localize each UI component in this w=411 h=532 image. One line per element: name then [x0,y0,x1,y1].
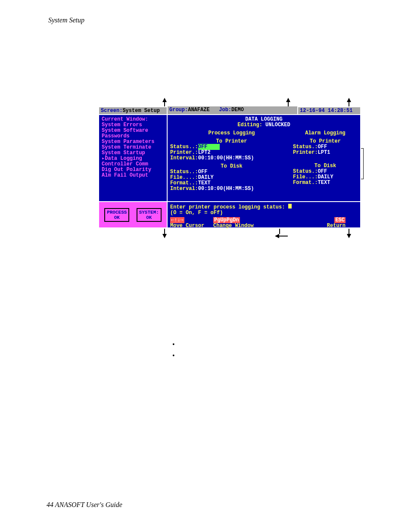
editing-label: Editing: [237,122,262,128]
field-value[interactable]: DAILY [198,174,214,180]
editing-value: UNLOCKED [262,122,290,128]
status-field-active[interactable]: OFF [198,144,220,150]
arrow-icon [349,229,351,238]
hint-text: (O = On, F = oFf) [170,210,358,216]
field-value[interactable]: TEXT [318,180,330,186]
prompt-text: Enter printer process logging status: [170,204,285,210]
help-panel: Enter printer process logging status: (O… [168,202,361,227]
field-label: Format..: [170,180,198,186]
screen-label: Screen: [101,108,122,114]
terminal-screen: Screen:System Setup Group:ANAFAZE Job:DE… [98,106,361,228]
arrow-icon [164,229,167,238]
field-value[interactable]: TEXT [198,180,211,186]
sidebar-menu[interactable]: Current Window: System Errors System Sof… [98,115,168,201]
field-value[interactable]: 00:10:00(HH:MM:SS) [198,186,254,192]
field-label: Interval: [170,155,198,161]
field-label: Status.: [293,168,318,174]
pgupdn-key-icon: PgUpPgDn [213,217,240,223]
field-label: Status..: [170,169,198,175]
main-panel: DATA LOGGING Editing: UNLOCKED Process L… [168,115,361,201]
field-value[interactable]: OFF [198,169,208,175]
field-value[interactable]: DAILY [318,174,333,180]
field-label: File...: [293,174,318,180]
process-logging-heading: Process Logging [170,131,293,136]
field-value[interactable]: LPT1 [318,149,330,156]
datetime: 12-16-94 14:28:51 [300,108,352,114]
group-label: Group: [169,107,188,113]
system-status-box: SYSTEM: OK [137,208,162,222]
cursor-icon [288,204,292,208]
status-panel: PROCESS OK SYSTEM: OK [98,202,168,227]
screen-value: System Setup [122,108,159,114]
field-label: Status.: [293,144,318,150]
field-value[interactable]: OFF [318,144,327,150]
field-label: Status..: [170,144,198,150]
field-value[interactable]: OFF [318,168,327,174]
job-label: Job: [219,107,231,113]
job-value: DEMO [231,107,244,113]
arrows-label: Move Cursor [170,223,204,229]
field-label: File....: [170,174,198,180]
arrow-icon [349,98,351,107]
group-value: ANAFAZE [188,107,209,113]
page-footer: 44 ANASOFT User's Guide [47,501,122,509]
field-label: Printer: [293,149,318,156]
process-status-box: PROCESS OK [104,208,129,222]
pgupdn-label: Change Window [213,223,254,229]
alarm-logging-heading: Alarm Logging [293,131,358,136]
field-value[interactable]: 00:10:00(HH:MM:SS) [198,155,254,161]
title-bar: Screen:System Setup Group:ANAFAZE Job:DE… [98,106,361,115]
arrow-icon [164,98,167,107]
field-label: Printer.: [170,149,198,156]
field-label: Format.: [293,180,318,186]
field-label: Interval: [170,186,198,192]
arrows-key-icon: ←↑↓→ [170,217,184,223]
arrow-icon [288,98,290,107]
esc-key-icon: ESC [334,217,346,223]
esc-label: Return [327,223,346,229]
bullet-list [172,339,175,361]
field-value[interactable]: LPT2 [198,149,211,156]
page-header: System Setup [48,16,84,24]
sidebar-item[interactable]: Alm Fail Output [102,173,164,178]
